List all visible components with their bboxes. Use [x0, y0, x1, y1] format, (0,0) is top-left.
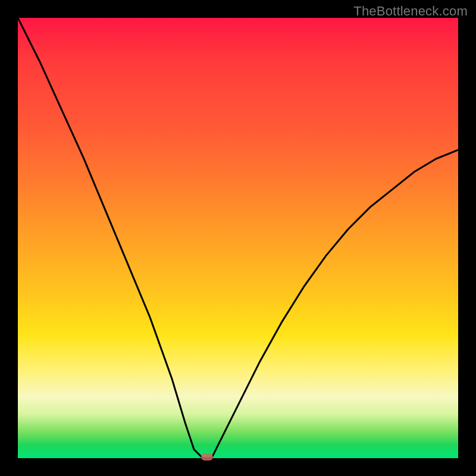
- bottleneck-curve: [18, 18, 458, 458]
- optimal-point-marker: [201, 453, 213, 461]
- curve-path: [18, 18, 458, 458]
- chart-frame: TheBottleneck.com: [0, 0, 476, 476]
- chart-plot-area: [18, 18, 458, 458]
- watermark-text: TheBottleneck.com: [353, 4, 468, 19]
